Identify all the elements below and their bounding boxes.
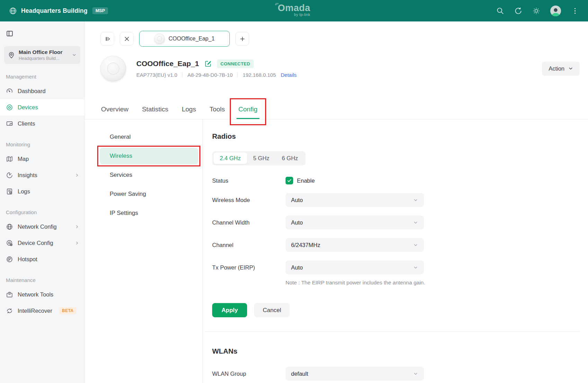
channel-select[interactable]: 6/2437MHz — [286, 238, 424, 252]
enable-label: Enable — [297, 177, 315, 184]
band-5ghz[interactable]: 5 GHz — [247, 153, 276, 164]
radios-heading: Radios — [212, 132, 580, 140]
separator — [182, 72, 182, 77]
subnav-item-wireless[interactable]: Wireless — [100, 148, 198, 164]
active-tab-underline — [236, 118, 260, 119]
topbar-actions — [496, 6, 579, 16]
band-segmented-control: 2.4 GHz 5 GHz 6 GHz — [212, 151, 306, 165]
sidebar-item-network-config[interactable]: Network Config — [0, 219, 84, 235]
edit-icon[interactable] — [204, 60, 212, 67]
wlans-heading: WLANs — [212, 347, 580, 355]
wireless-mode-value: Auto — [291, 197, 303, 203]
sidebar-item-label: Clients — [18, 120, 35, 127]
status-enable-checkbox[interactable] — [286, 177, 293, 184]
band-6ghz[interactable]: 6 GHz — [275, 153, 304, 164]
tx-power-select[interactable]: Auto — [286, 261, 424, 274]
subnav-item-power-saving[interactable]: Power Saving — [100, 186, 198, 202]
logo-rays-icon — [274, 1, 278, 6]
tab-overview[interactable]: Overview — [101, 106, 128, 119]
tab-tools[interactable]: Tools — [209, 106, 225, 119]
chevron-down-icon — [413, 197, 418, 203]
sidebar-item-devices[interactable]: Devices — [0, 99, 84, 116]
person-icon — [550, 7, 561, 16]
topbar: Headquarters Building MSP Omada by tp-li… — [0, 0, 588, 21]
collapse-tabs-button[interactable] — [100, 32, 114, 46]
search-icon[interactable] — [496, 7, 504, 15]
site-name: Headquarters Building — [21, 7, 88, 15]
hotspot-icon — [6, 256, 13, 263]
tx-power-value: Auto — [291, 264, 303, 271]
config-subnav: General Wireless Services Power Saving I… — [85, 119, 203, 383]
subnav-item-services[interactable]: Services — [100, 167, 198, 183]
chevron-right-icon — [74, 240, 80, 246]
globe-icon — [9, 7, 17, 15]
add-tab-button[interactable] — [235, 32, 249, 46]
intellirecover-icon — [6, 307, 13, 314]
device-name: COOOffice_Eap_1 — [136, 60, 199, 68]
eirp-note: Note : The EIRP transmit power includes … — [286, 280, 580, 286]
brightness-icon[interactable] — [532, 7, 540, 15]
section-label-configuration: Configuration — [6, 209, 79, 215]
location-icon — [8, 51, 15, 59]
check-icon — [287, 178, 292, 183]
status-row: Status Enable — [212, 177, 580, 184]
tx-power-label: Tx Power (EIRP) — [212, 264, 286, 271]
devices-icon — [6, 104, 13, 111]
section-divider — [205, 331, 580, 332]
sidebar-item-intellirecover[interactable]: IntelliRecover BETA — [0, 303, 84, 319]
tab-config[interactable]: Config — [238, 106, 257, 119]
tab-logs[interactable]: Logs — [182, 106, 196, 119]
device-tab-label: COOOffice_Eap_1 — [169, 36, 215, 42]
refresh-icon[interactable] — [514, 7, 522, 15]
wlan-group-row: WLAN Group default — [212, 367, 580, 381]
sidebar-item-clients[interactable]: Clients — [0, 116, 84, 132]
details-link[interactable]: Details — [281, 72, 297, 78]
apply-button[interactable]: Apply — [212, 303, 247, 317]
channel-width-label: Channel Width — [212, 219, 286, 226]
sidebar-item-network-tools[interactable]: Network Tools — [0, 286, 84, 303]
site-selector[interactable]: Main Office Floor Headquarters Build... — [4, 46, 80, 64]
sidebar-item-label: Network Tools — [18, 291, 53, 298]
channel-width-row: Channel Width Auto — [212, 216, 580, 229]
sidebar-item-logs[interactable]: Logs — [0, 183, 84, 200]
device-image — [100, 56, 126, 81]
cancel-button[interactable]: Cancel — [254, 303, 290, 317]
channel-value: 6/2437MHz — [291, 242, 320, 248]
section-label-management: Management — [6, 74, 79, 80]
site-header: Headquarters Building MSP — [9, 7, 108, 15]
close-icon — [124, 36, 130, 42]
action-button[interactable]: Action — [542, 62, 580, 76]
tab-config-label: Config — [238, 106, 257, 113]
sidebar-item-device-config[interactable]: Device Config — [0, 235, 84, 251]
user-avatar[interactable] — [550, 6, 561, 16]
sidebar-item-map[interactable]: Map — [0, 151, 84, 167]
sidebar-item-dashboard[interactable]: Dashboard — [0, 83, 84, 99]
sidebar-item-label: Device Config — [18, 240, 53, 246]
subnav-label: Power Saving — [110, 191, 146, 198]
sidebar-item-insights[interactable]: Insights — [0, 167, 84, 183]
wlan-group-value: default — [291, 371, 308, 377]
wlan-group-select[interactable]: default — [286, 367, 424, 381]
panel-toggle-icon[interactable] — [6, 30, 13, 37]
device-mac: A8-29-48-D0-7B-10 — [187, 72, 233, 78]
channel-width-select[interactable]: Auto — [286, 216, 424, 229]
subnav-item-ip-settings[interactable]: IP Settings — [100, 205, 198, 221]
status-label: Status — [212, 177, 286, 184]
beta-badge: BETA — [60, 307, 76, 314]
wireless-mode-select[interactable]: Auto — [286, 193, 424, 207]
close-tab-button[interactable] — [120, 32, 134, 46]
subnav-item-general[interactable]: General — [100, 129, 198, 145]
device-tab[interactable]: COOOffice_Eap_1 — [139, 31, 230, 47]
band-2-4ghz[interactable]: 2.4 GHz — [214, 153, 247, 164]
site-selector-title: Main Office Floor — [19, 49, 63, 55]
tab-statistics[interactable]: Statistics — [142, 106, 168, 119]
device-thumbnail — [154, 34, 165, 44]
more-icon[interactable] — [571, 7, 579, 15]
subnav-label: Services — [110, 172, 132, 179]
device-header: COOOffice_Eap_1 CONNECTED EAP773(EU) v1.… — [100, 56, 580, 81]
sidebar-item-hotspot[interactable]: Hotspot — [0, 251, 84, 267]
map-icon — [6, 155, 13, 163]
device-page-tabs: Overview Statistics Logs Tools Config — [85, 90, 588, 119]
subnav-label: IP Settings — [110, 210, 138, 217]
form-actions: Apply Cancel — [212, 303, 580, 317]
